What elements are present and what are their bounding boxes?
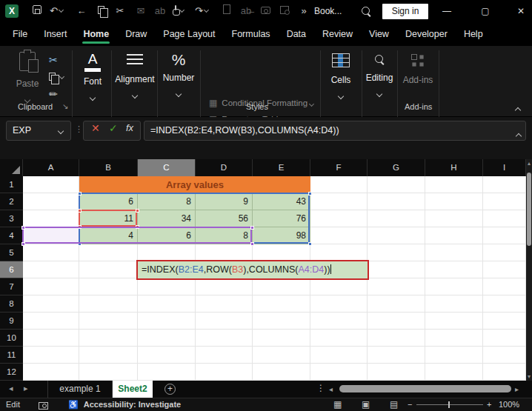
copy-button[interactable] <box>92 0 110 22</box>
column-header-D[interactable]: D <box>196 159 253 176</box>
enter-button[interactable]: ✓ <box>109 122 118 134</box>
cell-F3[interactable] <box>310 210 368 227</box>
cell-H11[interactable] <box>425 347 483 364</box>
cell-G5[interactable] <box>368 244 425 261</box>
cell-B6[interactable] <box>79 261 138 278</box>
cell-C7[interactable] <box>138 278 196 295</box>
collapse-ribbon-button[interactable] <box>516 102 520 116</box>
vertical-scrollbar[interactable]: ▴ ▾ <box>526 159 532 381</box>
minimize-button[interactable]: — <box>436 0 458 22</box>
cell-H5[interactable] <box>425 244 483 261</box>
view-page-layout-button[interactable]: ▣ <box>362 398 370 411</box>
cell-mode-indicator[interactable]: Edit <box>6 398 20 411</box>
number-group-button[interactable]: % Number <box>159 52 199 99</box>
cell-F8[interactable] <box>310 295 368 313</box>
cell-B8[interactable] <box>79 295 138 313</box>
cell-A1[interactable] <box>23 176 79 193</box>
row-header-11[interactable]: 11 <box>0 347 23 364</box>
qat-overflow-button[interactable]: » <box>295 0 313 22</box>
cell-H8[interactable] <box>425 295 483 313</box>
formula-bar-drag-dots[interactable]: ⋮ <box>75 124 83 134</box>
cell-F4[interactable] <box>310 227 368 244</box>
cancel-button[interactable]: ✕ <box>91 122 100 134</box>
paste-button[interactable]: Paste <box>10 52 44 105</box>
tab-data[interactable]: Data <box>279 22 314 46</box>
cell-F12[interactable] <box>310 364 368 381</box>
cell-F2[interactable] <box>310 193 368 210</box>
cell-I8[interactable] <box>483 295 526 313</box>
range-handle[interactable] <box>250 242 254 246</box>
cell-G12[interactable] <box>368 364 425 381</box>
tab-page-layout[interactable]: Page Layout <box>155 22 223 46</box>
cell-A9[interactable] <box>23 313 79 330</box>
row-header-7[interactable]: 7 <box>0 278 23 295</box>
merged-header-cell[interactable]: Array values <box>79 176 310 193</box>
cell-I2[interactable] <box>483 193 526 210</box>
sheet-prev-button[interactable]: ◂ <box>9 384 13 393</box>
vertical-scrollbar-thumb[interactable] <box>527 173 531 246</box>
cell-G8[interactable] <box>368 295 425 313</box>
cell-G10[interactable] <box>368 330 425 347</box>
view-page-break-button[interactable]: ▤ <box>390 398 398 411</box>
zoom-percentage[interactable]: 100% <box>499 398 519 411</box>
cell-H1[interactable] <box>425 176 483 193</box>
tab-help[interactable]: Help <box>456 22 491 46</box>
cell-D11[interactable] <box>196 347 253 364</box>
cell-I4[interactable] <box>483 227 526 244</box>
range-handle[interactable] <box>136 209 139 213</box>
cell-E11[interactable] <box>253 347 310 364</box>
cell-F9[interactable] <box>310 313 368 330</box>
cell-F11[interactable] <box>310 347 368 364</box>
cell-F7[interactable] <box>310 278 368 295</box>
cell-H6[interactable] <box>425 261 483 278</box>
column-header-I[interactable]: I <box>483 159 526 176</box>
macro-record-button[interactable] <box>39 401 48 411</box>
cell-A11[interactable] <box>23 347 79 364</box>
tab-formulas[interactable]: Formulas <box>224 22 279 46</box>
cell-B5[interactable] <box>79 244 138 261</box>
cell-G11[interactable] <box>368 347 425 364</box>
tab-review[interactable]: Review <box>314 22 361 46</box>
new-file-button[interactable] <box>218 0 236 22</box>
cell-E10[interactable] <box>253 330 310 347</box>
cell-I7[interactable] <box>483 278 526 295</box>
close-button[interactable]: ✕ <box>510 0 532 22</box>
tab-home[interactable]: Home <box>75 22 117 46</box>
cell-G4[interactable] <box>368 227 425 244</box>
column-header-F[interactable]: F <box>310 159 368 176</box>
column-header-A[interactable]: A <box>23 159 79 176</box>
row-header-6[interactable]: 6 <box>0 261 23 278</box>
ref-range-border-a4-d4[interactable] <box>22 227 252 244</box>
cell-D9[interactable] <box>196 313 253 330</box>
hscroll-right-icon[interactable]: ▸ <box>515 385 519 393</box>
cell-C11[interactable] <box>138 347 196 364</box>
cell-H2[interactable] <box>425 193 483 210</box>
cell-C8[interactable] <box>138 295 196 313</box>
email-button[interactable]: ✉ <box>132 0 150 22</box>
cell-I6[interactable] <box>483 261 526 278</box>
expand-formula-bar-button[interactable] <box>516 128 521 141</box>
hscroll-left-icon[interactable]: ◂ <box>329 385 333 393</box>
row-header-8[interactable]: 8 <box>0 295 23 313</box>
lookup-button[interactable] <box>276 0 293 22</box>
cell-H10[interactable] <box>425 330 483 347</box>
clipboard-dialog-launcher[interactable]: ↘ <box>62 102 68 110</box>
select-all-button[interactable] <box>0 159 23 176</box>
zoom-slider-thumb[interactable] <box>448 401 450 408</box>
cell-I3[interactable] <box>483 210 526 227</box>
sign-in-button[interactable]: Sign in <box>382 4 428 19</box>
search-icon[interactable] <box>362 6 371 19</box>
row-header-3[interactable]: 3 <box>0 210 23 227</box>
cell-B7[interactable] <box>79 278 138 295</box>
row-header-9[interactable]: 9 <box>0 313 23 330</box>
zoom-slider[interactable] <box>416 404 483 405</box>
cell-D7[interactable] <box>196 278 253 295</box>
cell-F10[interactable] <box>310 330 368 347</box>
addins-button[interactable]: Add-ins <box>400 52 436 85</box>
add-sheet-button[interactable]: + <box>164 384 176 395</box>
tab-developer[interactable]: Developer <box>397 22 456 46</box>
accessibility-status[interactable]: ♿ Accessibility: Investigate <box>68 398 181 411</box>
horizontal-scrollbar-thumb[interactable] <box>339 385 511 392</box>
cell-C9[interactable] <box>138 313 196 330</box>
scroll-down-icon[interactable]: ▾ <box>526 373 532 380</box>
